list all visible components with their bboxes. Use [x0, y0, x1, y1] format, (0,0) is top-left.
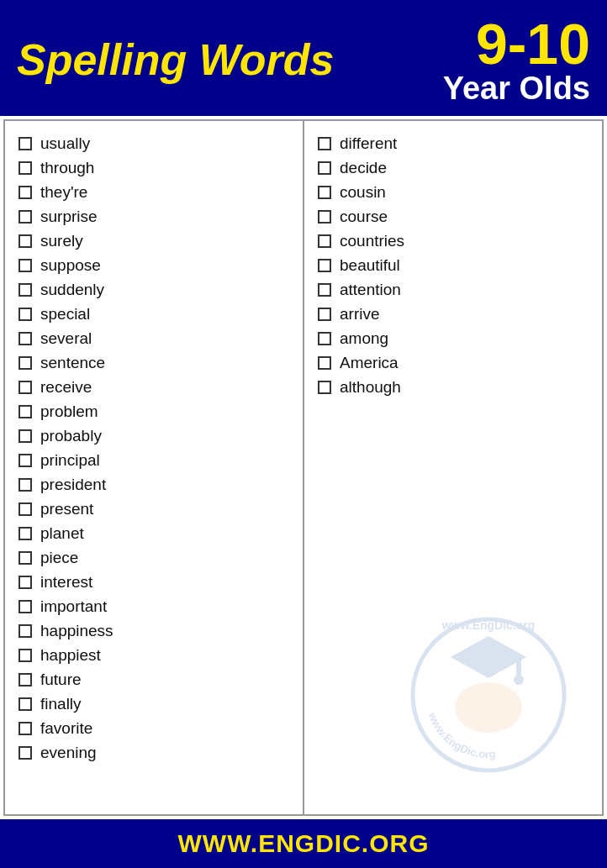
checkbox-icon[interactable] [18, 502, 32, 516]
word-label: attention [340, 281, 401, 299]
checkbox-icon[interactable] [18, 137, 32, 150]
word-label: among [340, 329, 388, 348]
footer-engdic: ENGDIC [258, 829, 362, 857]
checkbox-icon[interactable] [318, 283, 331, 297]
word-label: sentence [40, 354, 105, 372]
checkbox-icon[interactable] [318, 332, 331, 345]
word-label: suddenly [40, 281, 104, 299]
list-item: through [18, 159, 294, 177]
word-label: arrive [340, 305, 380, 324]
list-item: problem [18, 402, 294, 421]
word-label: usually [40, 134, 90, 153]
checkbox-icon[interactable] [318, 186, 331, 199]
checkbox-icon[interactable] [18, 746, 32, 760]
word-label: favorite [40, 719, 92, 738]
footer: WWW.ENGDIC.ORG [0, 819, 607, 868]
list-item: although [318, 378, 594, 397]
word-label: surely [40, 232, 83, 250]
list-item: decide [318, 159, 594, 177]
checkbox-icon[interactable] [18, 527, 32, 540]
checkbox-icon[interactable] [18, 478, 32, 492]
checkbox-icon[interactable] [18, 697, 32, 711]
list-item: receive [18, 378, 294, 397]
list-item: evening [18, 744, 294, 762]
list-item: happiness [18, 622, 294, 640]
footer-www: WWW. [178, 829, 259, 857]
list-item: America [318, 354, 594, 372]
list-item: special [18, 305, 294, 324]
list-item: present [18, 500, 294, 518]
footer-text: WWW.ENGDIC.ORG [17, 829, 590, 858]
checkbox-icon[interactable] [18, 210, 32, 224]
checkbox-icon[interactable] [18, 649, 32, 662]
checkbox-icon[interactable] [18, 576, 32, 589]
checkbox-icon[interactable] [18, 454, 32, 467]
checkbox-icon[interactable] [318, 161, 331, 175]
list-item: suppose [18, 256, 294, 275]
header: Spelling Words 9-10 Year Olds [0, 0, 607, 116]
list-item: interest [18, 573, 294, 592]
list-item: several [18, 329, 294, 348]
list-item: important [18, 597, 294, 616]
word-label: receive [40, 378, 92, 397]
word-label: important [40, 597, 107, 616]
checkbox-icon[interactable] [318, 234, 331, 248]
checkbox-icon[interactable] [18, 381, 32, 394]
list-item: countries [318, 232, 594, 250]
list-item: arrive [318, 305, 594, 324]
list-item: suddenly [18, 281, 294, 299]
list-item: among [318, 329, 594, 348]
word-label: cousin [340, 183, 386, 202]
checkbox-icon[interactable] [18, 624, 32, 638]
word-label: future [40, 671, 82, 689]
checkbox-icon[interactable] [318, 137, 331, 150]
list-item: planet [18, 524, 294, 543]
checkbox-icon[interactable] [18, 405, 32, 418]
word-label: happiest [40, 646, 101, 665]
list-item: usually [18, 134, 294, 153]
checkbox-icon[interactable] [18, 186, 32, 199]
word-label: probably [40, 427, 102, 445]
checkbox-icon[interactable] [18, 308, 32, 321]
list-item: piece [18, 549, 294, 567]
checkbox-icon[interactable] [18, 259, 32, 272]
age-text: Year Olds [443, 72, 590, 104]
list-item: happiest [18, 646, 294, 665]
word-label: piece [40, 549, 78, 567]
checkbox-icon[interactable] [318, 308, 331, 321]
word-label: America [340, 354, 399, 372]
checkbox-icon[interactable] [18, 600, 32, 613]
footer-org: .ORG [362, 829, 430, 857]
word-label: surprise [40, 208, 98, 226]
word-label: special [40, 305, 90, 324]
list-item: cousin [318, 183, 594, 202]
word-label: interest [40, 573, 92, 592]
word-label: decide [340, 159, 387, 177]
checkbox-icon[interactable] [18, 673, 32, 687]
checkbox-icon[interactable] [18, 551, 32, 565]
word-label: beautiful [340, 256, 400, 275]
checkbox-icon[interactable] [18, 356, 32, 370]
checkbox-icon[interactable] [318, 259, 331, 272]
checkbox-icon[interactable] [318, 210, 331, 224]
page-title: Spelling Words [17, 38, 335, 82]
checkbox-icon[interactable] [18, 161, 32, 175]
checkbox-icon[interactable] [318, 381, 331, 394]
word-label: president [40, 476, 106, 494]
word-label: several [40, 329, 92, 348]
left-column: usuallythroughthey'resurprisesurelysuppo… [5, 121, 304, 814]
word-label: principal [40, 451, 100, 470]
checkbox-icon[interactable] [18, 722, 32, 735]
checkbox-icon[interactable] [18, 283, 32, 297]
list-item: president [18, 476, 294, 494]
checkbox-icon[interactable] [18, 332, 32, 345]
list-item: different [318, 134, 594, 153]
checkbox-icon[interactable] [318, 356, 331, 370]
word-label: happiness [40, 622, 113, 640]
list-item: favorite [18, 719, 294, 738]
checkbox-icon[interactable] [18, 429, 32, 443]
checkbox-icon[interactable] [18, 234, 32, 248]
word-label: although [340, 378, 401, 397]
word-label: suppose [40, 256, 101, 275]
list-item: surely [18, 232, 294, 250]
